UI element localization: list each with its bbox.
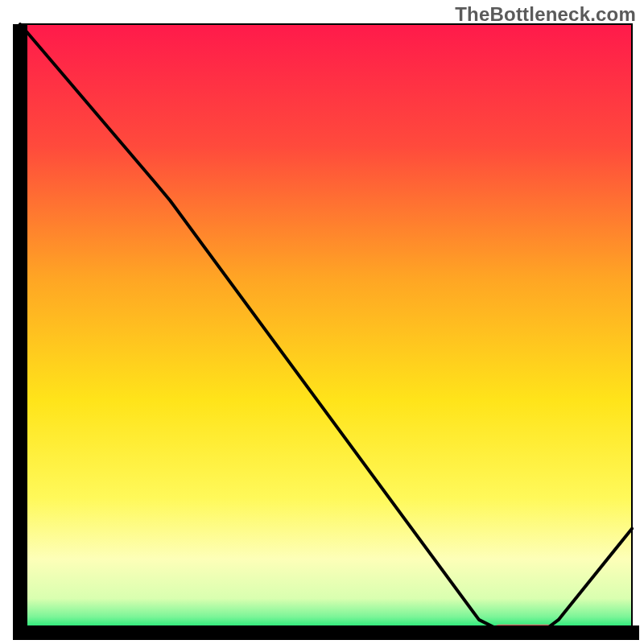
chart-canvas xyxy=(0,0,644,644)
bottleneck-chart: TheBottleneck.com xyxy=(0,0,644,644)
watermark-label: TheBottleneck.com xyxy=(455,3,636,26)
gradient-background xyxy=(20,24,632,632)
